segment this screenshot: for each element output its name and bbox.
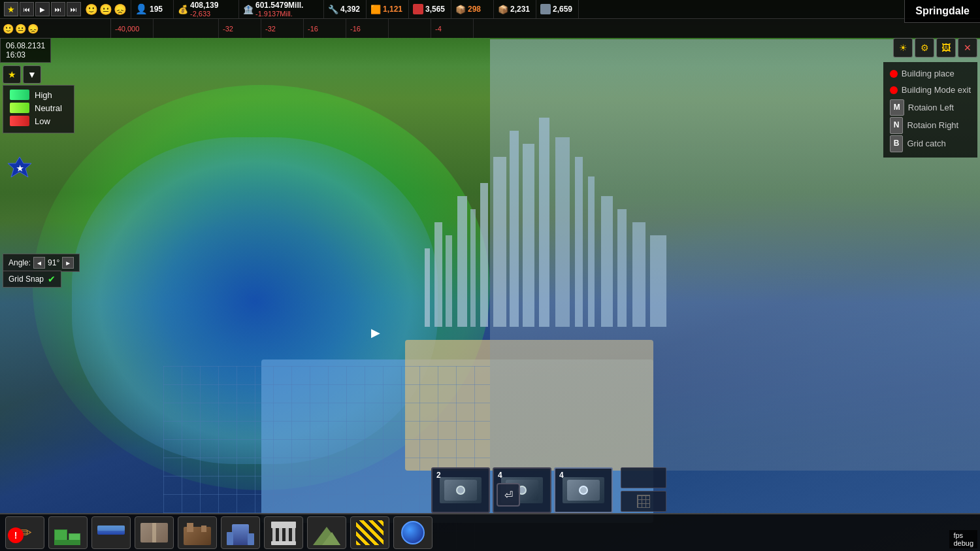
mixed-icon xyxy=(227,520,254,545)
build-card-2-img xyxy=(563,477,604,503)
building-place-label: Building place xyxy=(902,66,955,81)
play-btn[interactable]: ▶ xyxy=(35,2,50,16)
keybind-m: M Rotaion Left xyxy=(890,99,971,116)
population-value: 195 xyxy=(150,5,163,14)
smiley1-icon: 🙂 xyxy=(85,3,98,16)
mixed-btn[interactable] xyxy=(221,516,260,549)
angle-right-btn[interactable]: ► xyxy=(62,257,74,269)
time-value: 16:03 xyxy=(6,50,45,59)
treasury-delta: -1.9137Mill. xyxy=(255,10,303,18)
tools-value: 4,392 xyxy=(340,5,360,14)
legend-low-color xyxy=(10,116,29,126)
blue-flat-icon xyxy=(97,520,125,545)
svg-text:★: ★ xyxy=(16,164,24,173)
vehicle-gear-0 xyxy=(444,480,477,501)
date-value: 06.08.2131 xyxy=(6,41,45,50)
smiley2-row2: 😐 xyxy=(15,24,26,34)
grid-snap-checkmark[interactable]: ✔ xyxy=(48,274,56,284)
extra-card-top[interactable] xyxy=(621,467,666,488)
money-delta: -2,633 xyxy=(190,10,218,18)
legend-high-color xyxy=(10,90,29,100)
goods1-value: 298 xyxy=(468,5,481,14)
keybinds-panel: Building place Building Mode exit M Rota… xyxy=(883,62,977,158)
money-value: 408,139 xyxy=(190,1,218,10)
globe-icon xyxy=(401,521,425,544)
rewind-btn[interactable]: ⏮ xyxy=(20,2,34,16)
close-button[interactable]: ✕ xyxy=(958,38,977,58)
ff-btn[interactable]: ⏭ xyxy=(51,2,65,16)
settings-button[interactable]: ⚙ xyxy=(915,38,934,58)
brick-icon: 🟧 xyxy=(370,5,381,14)
blue-flat-btn[interactable] xyxy=(91,516,131,549)
goods1-icon: 📦 xyxy=(455,5,466,14)
screenshot-button[interactable]: 🖼 xyxy=(936,38,956,58)
ruins-btn[interactable] xyxy=(178,516,217,549)
star-icon[interactable]: ★ xyxy=(4,2,18,16)
money-icon: 💰 xyxy=(178,5,188,14)
vehicle-gear-2 xyxy=(567,480,600,501)
key-b: B xyxy=(890,135,904,152)
pillars-btn[interactable] xyxy=(264,516,303,549)
legend-neutral-color xyxy=(10,103,29,113)
extra-card-bot[interactable] xyxy=(621,491,666,512)
bottom-toolbar: ✏ xyxy=(0,513,980,551)
tool-row: ★ ▼ xyxy=(3,65,41,84)
return-button[interactable]: ⏎ xyxy=(497,483,520,507)
globe-btn[interactable] xyxy=(393,516,433,549)
keybind-n-action: Rotaion Right xyxy=(907,118,958,133)
resource3-value: 3,565 xyxy=(425,5,445,14)
goods3-icon xyxy=(540,4,551,14)
warning-btn[interactable] xyxy=(350,516,389,549)
smiley3-row2: 😞 xyxy=(27,24,39,34)
delta4-value: -32 xyxy=(265,25,276,33)
delta6-value: -16 xyxy=(350,25,361,33)
building-place-dot xyxy=(890,70,898,78)
building-cards: 2 4 4 xyxy=(431,467,666,513)
delta1-cell: -40,000 xyxy=(111,19,154,38)
ff2-btn[interactable]: ⏭ xyxy=(67,2,81,16)
build-card-2[interactable]: 4 xyxy=(554,467,613,513)
mountain-btn[interactable] xyxy=(307,516,346,549)
delta3-cell: -32 xyxy=(219,19,261,38)
legend-neutral-label: Neutral xyxy=(35,103,62,113)
goods3-cell: 2,659 xyxy=(536,0,579,18)
population-cell: 👤 195 xyxy=(131,0,174,18)
tools-icon: 🔧 xyxy=(328,5,338,14)
key-m: M xyxy=(890,99,904,116)
population-icon: 👤 xyxy=(135,3,148,15)
delta1-value: -40,000 xyxy=(115,25,139,33)
debug-text: debug xyxy=(953,539,973,547)
build-card-0-num: 2 xyxy=(436,471,441,480)
green-blocks-btn[interactable] xyxy=(48,516,88,549)
filter-tool-btn[interactable]: ▼ xyxy=(23,65,41,84)
key-n: N xyxy=(890,117,904,134)
build-card-0[interactable]: 2 xyxy=(431,467,490,513)
treasury-cell: 🏦 601.5479Mill. -1.9137Mill. xyxy=(239,0,324,18)
road-btn[interactable] xyxy=(135,516,174,549)
smiley3-icon: 😞 xyxy=(114,3,127,16)
building-place-row: Building place xyxy=(890,66,971,81)
goods3-value: 2,659 xyxy=(553,5,572,14)
resource3-icon xyxy=(413,4,423,14)
grid-snap-label: Grid Snap xyxy=(8,275,44,284)
badge-icon: ★ xyxy=(5,154,34,183)
star-tool-btn[interactable]: ★ xyxy=(3,65,21,84)
top-bar: ★ ⏮ ▶ ⏭ ⏭ 🙂 😐 😞 👤 195 💰 408,139 -2,633 xyxy=(0,0,980,38)
goods2-value: 2,231 xyxy=(510,5,530,14)
sun-button[interactable]: ☀ xyxy=(893,38,913,58)
warning-dot[interactable]: ! xyxy=(8,527,24,543)
delta4-cell: -32 xyxy=(261,19,304,38)
angle-label: Angle: xyxy=(8,258,31,267)
cursor-marker: ▶ xyxy=(371,326,382,339)
buildings-silhouette xyxy=(392,65,915,327)
tools-cell: 🔧 4,392 xyxy=(324,0,367,18)
legend-high: High xyxy=(10,90,67,100)
building-mode-exit-label: Building Mode exit xyxy=(902,82,971,97)
build-card-0-img xyxy=(440,477,482,503)
angle-left-btn[interactable]: ◄ xyxy=(33,257,45,269)
datetime-display: 06.08.2131 16:03 xyxy=(0,38,51,63)
grid-snap-control: Grid Snap ✔ xyxy=(3,271,61,288)
building-mode-exit-row: Building Mode exit xyxy=(890,82,971,97)
brick-value: 1,121 xyxy=(383,5,402,14)
goods2-cell: 📦 2,231 xyxy=(494,0,536,18)
